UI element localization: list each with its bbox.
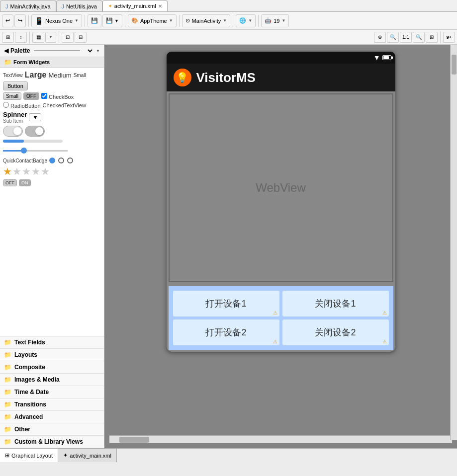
- activity-selector[interactable]: ⊙ MainActivity ▼: [182, 14, 231, 27]
- form-widgets-label: Form Widgets: [13, 59, 50, 65]
- switch-on-widget[interactable]: ON: [19, 179, 31, 186]
- cat-transitions[interactable]: 📁 Transitions: [0, 398, 104, 411]
- folder-icon-composite: 📁: [4, 364, 11, 371]
- scrollbar-thumb[interactable]: [119, 437, 149, 443]
- open-device1-button[interactable]: 打开设备1: [173, 290, 280, 317]
- radio-label: RadioButton: [10, 103, 41, 109]
- zoom-in-button[interactable]: 🔍: [413, 32, 425, 43]
- vscroll-thumb[interactable]: [452, 55, 457, 75]
- app-titlebar: 💡 VisitorMS: [167, 64, 395, 91]
- vertical-scrollbar[interactable]: [450, 45, 457, 440]
- theme-selector[interactable]: 🎨 AppTheme ▼: [128, 14, 177, 27]
- zoom-fit-button[interactable]: ⊕: [374, 32, 386, 43]
- cat-text-fields[interactable]: 📁 Text Fields: [0, 336, 104, 349]
- show-include-button[interactable]: ⊡: [62, 32, 74, 43]
- radio-widget[interactable]: RadioButton: [3, 102, 41, 109]
- api-level-icon: 9+: [447, 35, 452, 40]
- redo-button[interactable]: ↪: [14, 14, 26, 27]
- small-widget[interactable]: Small: [74, 73, 86, 78]
- portrait-button[interactable]: ↕: [15, 32, 27, 43]
- horizontal-scrollbar[interactable]: [109, 435, 452, 443]
- chevron-down-icon3: ▼: [223, 18, 227, 23]
- close-device1-button[interactable]: 关闭设备1: [282, 290, 389, 317]
- layout-view-icon: ⊞: [5, 452, 9, 459]
- toggle-knob: [13, 127, 21, 135]
- app-title-text: VisitorMS: [196, 70, 256, 85]
- progressbar-widget[interactable]: [3, 140, 63, 143]
- bottom-tab-graphical[interactable]: ⊞ Graphical Layout: [0, 449, 58, 462]
- radio-circle-selected[interactable]: [49, 158, 55, 163]
- seekbar-thumb[interactable]: [21, 148, 27, 154]
- preview-button[interactable]: ⊞: [2, 32, 14, 43]
- sep4: [179, 15, 180, 27]
- cat-composite[interactable]: 📁 Composite: [0, 361, 104, 374]
- tab-close-button[interactable]: ✕: [158, 3, 162, 9]
- layout-dropdown[interactable]: ▼: [45, 32, 56, 43]
- button-widget[interactable]: Button: [3, 81, 28, 90]
- sep5: [233, 15, 233, 27]
- checkedtext-widget[interactable]: CheckedTextView: [43, 102, 86, 108]
- api-selector[interactable]: 🤖 19 ▼: [261, 14, 289, 27]
- palette-categories: 📁 Text Fields 📁 Layouts 📁 Composite 📁 Im…: [0, 336, 104, 448]
- save-button[interactable]: 💾: [88, 14, 101, 27]
- main-content: ◀ Palette ▼ 📁 Form Widgets TextView Larg…: [0, 45, 457, 448]
- tab-mainactivity[interactable]: J MainActivity.java: [0, 0, 56, 11]
- layout-mode-button[interactable]: ▦: [32, 32, 44, 43]
- zoom-100-button[interactable]: 1:1: [400, 32, 412, 43]
- radio-input[interactable]: [3, 102, 9, 108]
- canvas-scroll-area[interactable]: ▼ 💡 VisitorMS WebView: [109, 50, 452, 435]
- textview-widget[interactable]: TextView: [3, 73, 23, 78]
- cat-time-date[interactable]: 📁 Time & Date: [0, 386, 104, 398]
- palette-select[interactable]: [84, 47, 94, 55]
- checkbox-input[interactable]: [41, 93, 47, 99]
- cat-other[interactable]: 📁 Other: [0, 423, 104, 436]
- cat-layouts[interactable]: 📁 Layouts: [0, 349, 104, 361]
- cat-custom-library[interactable]: 📁 Custom & Library Views: [0, 436, 104, 448]
- star-4: ★: [31, 165, 40, 177]
- toggle-row: [3, 126, 45, 137]
- battery-fill: [383, 56, 389, 59]
- widget-row-stars: ★ ★ ★ ★ ★: [3, 165, 101, 177]
- large-widget[interactable]: Large: [25, 71, 47, 79]
- cat-text-fields-label: Text Fields: [14, 339, 45, 346]
- radio-circle-2[interactable]: [67, 158, 73, 163]
- widget-row-toggle-spinner: [3, 126, 101, 137]
- medium-widget[interactable]: Medium: [48, 72, 71, 79]
- cat-images-media[interactable]: 📁 Images & Media: [0, 374, 104, 386]
- widget-row-switch: OFF ON: [3, 179, 101, 186]
- seekbar-widget[interactable]: [3, 147, 68, 155]
- toggle-off-widget[interactable]: [3, 126, 23, 137]
- cat-advanced[interactable]: 📁 Advanced: [0, 411, 104, 423]
- locale-selector[interactable]: 🌐 ▼: [236, 14, 256, 27]
- undo-button[interactable]: ↩: [2, 14, 13, 27]
- widgets-area: TextView Large Medium Small Button Small…: [0, 68, 104, 336]
- toggle-widget[interactable]: OFF: [23, 92, 39, 100]
- save-as-button[interactable]: 💾 ▼: [102, 14, 122, 27]
- tab-netutils[interactable]: J NetUtils.java: [56, 0, 102, 11]
- small-button-widget[interactable]: Small: [3, 92, 21, 100]
- close-device2-button[interactable]: 关闭设备2: [282, 319, 389, 346]
- bottom-tab-xml[interactable]: ✦ activity_main.xml: [58, 449, 117, 462]
- widget-row-small: Small OFF CheckBox: [3, 92, 101, 100]
- api-level-button[interactable]: 9+: [443, 32, 455, 43]
- switch-off-widget[interactable]: OFF: [3, 179, 17, 186]
- sep2: [85, 15, 85, 27]
- preview-icon: ⊞: [6, 34, 10, 40]
- radio-circle-1[interactable]: [58, 158, 64, 163]
- zoom-out-button[interactable]: 🔍: [387, 32, 399, 43]
- open-device2-button[interactable]: 打开设备2: [173, 319, 280, 346]
- checkbox-widget[interactable]: CheckBox: [41, 93, 74, 100]
- phone-content: WebView 打开设备1 关闭设备1 打开设备2: [167, 91, 395, 352]
- redo-icon: ↪: [18, 17, 22, 24]
- show-outline-button[interactable]: ⊟: [75, 32, 87, 43]
- canvas-area[interactable]: ▼ 💡 VisitorMS WebView: [104, 45, 457, 448]
- widget-row-radio: RadioButton CheckedTextView: [3, 102, 101, 109]
- spinner-widget[interactable]: ▼: [29, 113, 41, 121]
- tab-activitymain[interactable]: ✦ activity_main.xml ✕: [102, 0, 168, 11]
- form-widgets-section[interactable]: 📁 Form Widgets: [0, 57, 104, 68]
- battery-icon: [382, 55, 391, 60]
- toggle-on-widget[interactable]: [25, 126, 45, 137]
- zoom-actual-button[interactable]: ⊞: [426, 32, 438, 43]
- star-rating-widget[interactable]: ★ ★ ★ ★ ★: [3, 165, 50, 177]
- device-selector[interactable]: 📱 Nexus One ▼: [31, 14, 82, 27]
